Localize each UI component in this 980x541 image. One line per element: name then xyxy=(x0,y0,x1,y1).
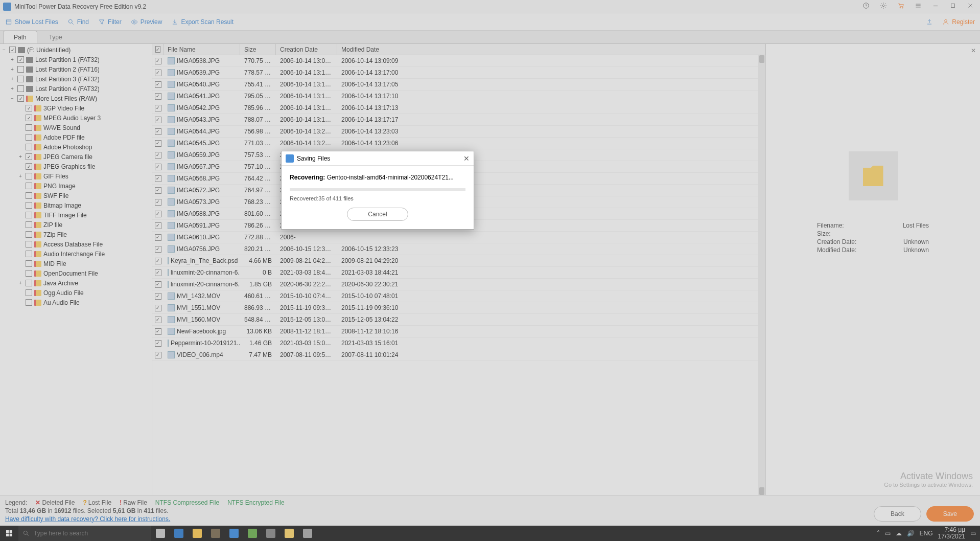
expand-icon[interactable]: − xyxy=(9,96,15,101)
tab-type[interactable]: Type xyxy=(38,31,73,43)
expand-icon[interactable]: + xyxy=(9,57,15,62)
row-checkbox[interactable] xyxy=(152,58,164,64)
tree-node[interactable]: Ogg Audio File xyxy=(0,288,152,298)
tree-node[interactable]: Adobe Photoshop xyxy=(0,142,152,152)
clock-icon[interactable] xyxy=(859,1,873,12)
store-icon[interactable] xyxy=(206,526,225,541)
checkbox[interactable] xyxy=(26,260,32,267)
file-explorer-icon[interactable] xyxy=(188,526,206,541)
checkbox[interactable] xyxy=(9,47,16,53)
checkbox[interactable] xyxy=(26,105,32,111)
checkbox[interactable] xyxy=(26,251,32,257)
tree-node[interactable]: + Lost Partition 3 (FAT32) xyxy=(0,74,152,84)
tree-node[interactable]: Access Database File xyxy=(0,239,152,249)
file-row[interactable]: linuxmint-20-cinnamon-6... 0 B 2021-03-0… xyxy=(152,267,765,279)
checkbox[interactable] xyxy=(17,95,24,102)
checkbox[interactable] xyxy=(26,299,32,306)
row-checkbox[interactable] xyxy=(152,281,164,288)
task-view-icon[interactable] xyxy=(151,526,170,541)
tray-network-icon[interactable]: ▭ xyxy=(885,530,891,537)
taskbar-search[interactable] xyxy=(18,526,151,541)
tree-node[interactable]: − More Lost Files (RAW) xyxy=(0,94,152,103)
tree-node[interactable]: + Lost Partition 2 (FAT16) xyxy=(0,64,152,74)
file-list-scrollbar[interactable] xyxy=(758,55,765,495)
back-button[interactable]: Back xyxy=(874,506,921,522)
row-checkbox[interactable] xyxy=(152,305,164,311)
checkbox[interactable] xyxy=(26,221,32,228)
show-lost-files-button[interactable]: Show Lost Files xyxy=(5,18,58,26)
file-row[interactable]: IMGA0544.JPG 756.98 KB 2006-10-14 13:23:… xyxy=(152,126,765,138)
register-button[interactable]: Register xyxy=(942,18,975,26)
tray-language[interactable]: ENG xyxy=(920,530,933,537)
checkbox[interactable] xyxy=(26,144,32,150)
file-row[interactable]: IMGA0610.JPG 772.88 KB 2006- xyxy=(152,232,765,243)
tree-node[interactable]: + JPEG Camera file xyxy=(0,152,152,162)
app-icon-3[interactable] xyxy=(298,526,317,541)
tree-node[interactable]: Au Audio File xyxy=(0,298,152,307)
header-modified-date[interactable]: Modified Date xyxy=(337,44,765,55)
search-input[interactable] xyxy=(34,530,147,537)
file-row[interactable]: linuxmint-20-cinnamon-6... 1.85 GB 2020-… xyxy=(152,279,765,290)
checkbox[interactable] xyxy=(17,85,24,92)
row-checkbox[interactable] xyxy=(152,340,164,347)
expand-icon[interactable]: + xyxy=(17,154,24,160)
checkbox[interactable] xyxy=(26,124,32,131)
checkbox[interactable] xyxy=(17,56,24,63)
row-checkbox[interactable] xyxy=(152,187,164,194)
row-checkbox[interactable] xyxy=(152,175,164,182)
checkbox[interactable] xyxy=(26,280,32,286)
dialog-close-icon[interactable]: ✕ xyxy=(463,154,470,163)
expand-icon[interactable]: + xyxy=(9,76,15,82)
minimize-icon[interactable] xyxy=(929,1,942,12)
checkbox[interactable] xyxy=(26,173,32,179)
header-creation-date[interactable]: Creation Date xyxy=(276,44,337,55)
file-row[interactable]: IMGA0540.JPG 755.41 KB 2006-10-14 13:17:… xyxy=(152,79,765,91)
tray-chevron-icon[interactable]: ˄ xyxy=(877,530,880,537)
menu-icon[interactable] xyxy=(912,1,925,12)
row-checkbox[interactable] xyxy=(152,234,164,241)
tree-node[interactable]: + Lost Partition 4 (FAT32) xyxy=(0,84,152,94)
tab-path[interactable]: Path xyxy=(3,31,37,43)
start-button[interactable] xyxy=(0,526,18,541)
expand-icon[interactable]: + xyxy=(17,280,24,286)
checkbox[interactable] xyxy=(26,212,32,218)
tree-node[interactable]: Audio Interchange File xyxy=(0,249,152,259)
file-row[interactable]: IMGA0756.JPG 820.21 KB 2006-10-15 12:33:… xyxy=(152,243,765,255)
app-icon-2[interactable] xyxy=(262,526,280,541)
checkbox[interactable] xyxy=(26,134,32,141)
share-icon[interactable] xyxy=(926,18,933,26)
header-checkbox[interactable]: ✓ xyxy=(152,44,164,55)
checkbox[interactable] xyxy=(17,66,24,73)
cart-icon[interactable] xyxy=(894,1,907,12)
header-size[interactable]: Size xyxy=(240,44,276,55)
tree-node[interactable]: + GIF Files xyxy=(0,171,152,181)
tree-node[interactable]: TIFF Image File xyxy=(0,210,152,220)
row-checkbox[interactable] xyxy=(152,246,164,253)
row-checkbox[interactable] xyxy=(152,293,164,300)
tree-node[interactable]: WAVE Sound xyxy=(0,123,152,132)
cancel-button[interactable]: Cancel xyxy=(347,208,408,221)
tree-node[interactable]: PNG Image xyxy=(0,181,152,191)
tree-node[interactable]: ZIP file xyxy=(0,220,152,230)
file-row[interactable]: MVI_1551.MOV 886.93 MB 2015-11-19 09:36:… xyxy=(152,302,765,314)
tree-root[interactable]: − (F: Unidentified) xyxy=(0,45,152,55)
checkbox[interactable] xyxy=(17,76,24,82)
file-row[interactable]: Keyra_In_The_Back.psd 4.66 MB 2009-08-21… xyxy=(152,255,765,267)
checkbox[interactable] xyxy=(26,163,32,170)
scrollbar-thumb-bottom[interactable] xyxy=(759,487,764,495)
row-checkbox[interactable] xyxy=(152,352,164,358)
expand-icon[interactable]: + xyxy=(9,66,15,72)
filter-button[interactable]: Filter xyxy=(98,18,122,26)
tray-clock[interactable]: 7:46 μμ 17/3/2021 xyxy=(938,527,965,540)
checkbox[interactable] xyxy=(26,183,32,189)
file-row[interactable]: MVI_1432.MOV 460.61 MB 2015-10-10 07:48:… xyxy=(152,290,765,302)
tray-volume-icon[interactable]: 🔊 xyxy=(907,530,915,537)
row-checkbox[interactable] xyxy=(152,199,164,206)
tree-node[interactable]: MPEG Audio Layer 3 xyxy=(0,113,152,123)
tree-node[interactable]: MID File xyxy=(0,259,152,268)
minitool-taskbar-icon[interactable] xyxy=(280,526,298,541)
app-icon-1[interactable] xyxy=(243,526,262,541)
gear-icon[interactable] xyxy=(877,1,890,12)
header-filename[interactable]: File Name xyxy=(164,44,240,55)
file-row[interactable]: Peppermint-10-2019121... 1.46 GB 2021-03… xyxy=(152,337,765,349)
